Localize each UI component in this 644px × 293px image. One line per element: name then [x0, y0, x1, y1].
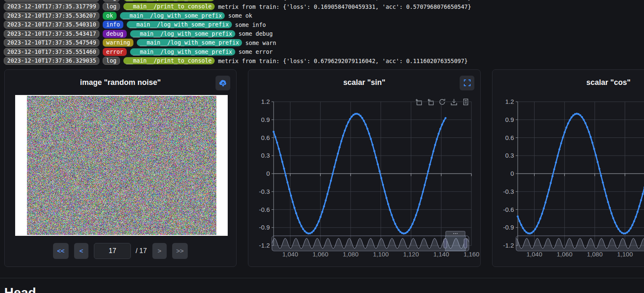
- logger-badge: __main__/print_to_console: [123, 3, 215, 10]
- console-row: 2023-12-10T17:37:36.329035 log __main__/…: [4, 56, 644, 66]
- log-message: metrix from train: {'loss': 0.1690584700…: [218, 3, 471, 10]
- level-badge: error: [103, 48, 127, 56]
- logger-badge: __main__/log_with_some_prefix: [130, 48, 235, 55]
- console-row: 2023-12-10T17:37:35.536207 ok __main__/l…: [4, 11, 644, 21]
- level-badge: log: [103, 57, 120, 65]
- logger-badge: __main__/log_with_some_prefix: [120, 12, 225, 19]
- next-page-button[interactable]: >: [152, 243, 167, 259]
- log-message: some warn: [245, 40, 276, 46]
- last-page-button[interactable]: >>: [172, 243, 188, 259]
- timestamp-badge: 2023-12-10T17:37:35.317799: [4, 0, 99, 2]
- image-card: image "random noise" << < / 17 > >>: [4, 69, 237, 267]
- image-frame: [15, 95, 228, 236]
- footer-section: Head: [0, 278, 644, 293]
- level-badge: ok: [103, 12, 116, 20]
- console-row: 2023-12-10T17:37:35.551460 error __main_…: [4, 48, 644, 57]
- timestamp-badge: 2023-12-10T17:37:35.540310: [4, 21, 99, 29]
- svg-text:-1.2: -1.2: [503, 242, 514, 249]
- console-row: 2023-12-10T17:37:35.543417 debug __main_…: [4, 29, 644, 39]
- svg-text:1,160: 1,160: [463, 251, 479, 258]
- level-badge: log: [103, 3, 120, 11]
- svg-text:0.3: 0.3: [261, 152, 270, 159]
- timestamp-badge: 2023-12-10T17:37:35.536207: [4, 12, 99, 20]
- logger-badge: __main__/log_with_some_prefix: [137, 39, 242, 46]
- svg-text:0.6: 0.6: [505, 134, 514, 141]
- log-console: 2023-12-10T17:37:35.317799 log __main__/…: [0, 0, 644, 66]
- svg-text:0.6: 0.6: [261, 134, 270, 141]
- log-message: some error: [239, 48, 273, 55]
- page-total-label: / 17: [136, 247, 147, 255]
- svg-text:1,080: 1,080: [587, 251, 603, 258]
- timestamp-badge: 2023-12-10T17:37:35.547549: [4, 39, 99, 47]
- svg-text:0.3: 0.3: [505, 152, 514, 159]
- log-message: some info: [235, 21, 266, 28]
- svg-text:-0.6: -0.6: [259, 206, 270, 213]
- svg-text:-0.9: -0.9: [259, 224, 270, 231]
- cos-chart: 1.20.90.60.30-0.3-0.6-0.9-1.21,0401,0601…: [492, 93, 644, 263]
- timestamp-badge: 2023-12-10T17:37:36.329035: [4, 57, 99, 65]
- sin-chart: 1.20.90.60.30-0.3-0.6-0.9-1.21,0401,0601…: [248, 93, 481, 263]
- log-message: some ok: [228, 12, 252, 19]
- timestamp-badge: 2023-12-10T17:37:35.317799: [4, 3, 99, 11]
- svg-text:1,080: 1,080: [343, 251, 359, 258]
- svg-text:1,060: 1,060: [312, 251, 328, 258]
- svg-text:0: 0: [266, 170, 270, 177]
- download-image-button[interactable]: [216, 76, 230, 90]
- svg-text:1.2: 1.2: [505, 98, 514, 105]
- svg-text:-0.6: -0.6: [503, 206, 514, 213]
- fullscreen-icon: [463, 79, 471, 87]
- level-badge: log: [103, 0, 120, 2]
- clipped-heading-container: Head: [4, 286, 644, 293]
- timestamp-badge: 2023-12-10T17:37:35.543417: [4, 30, 99, 38]
- level-badge: debug: [103, 30, 127, 38]
- svg-text:0.9: 0.9: [505, 116, 514, 123]
- datazoom-right-handle[interactable]: [464, 239, 467, 248]
- log-message: metrix from train: {'loss': 0.6796292079…: [218, 58, 468, 64]
- svg-text:1,040: 1,040: [282, 251, 298, 258]
- logger-badge: __main__/print_to_console: [123, 57, 215, 64]
- svg-text:0.9: 0.9: [261, 116, 270, 123]
- console-row: 2023-12-10T17:37:35.317799 log __main__/…: [4, 0, 471, 2]
- first-page-button[interactable]: <<: [53, 243, 69, 259]
- svg-text:1.2: 1.2: [261, 98, 270, 105]
- svg-text:1,060: 1,060: [556, 251, 572, 258]
- cards-row: image "random noise" << < / 17 > >> scal…: [4, 69, 644, 267]
- card-title: scalar "cos": [492, 78, 644, 87]
- logger-badge: __main__/log_with_some_prefix: [130, 30, 235, 37]
- svg-text:-0.3: -0.3: [503, 187, 514, 195]
- image-pagination: << < / 17 > >>: [5, 243, 236, 259]
- fullscreen-button[interactable]: [460, 76, 474, 90]
- svg-text:1,120: 1,120: [403, 251, 419, 258]
- cos-chart-card: scalar "cos": [492, 69, 644, 267]
- card-title: scalar "sin": [248, 78, 480, 87]
- prev-page-button[interactable]: <: [74, 243, 88, 259]
- svg-text:-0.3: -0.3: [259, 187, 270, 195]
- console-row: 2023-12-10T17:37:35.317799 log __main__/…: [4, 2, 644, 11]
- timestamp-badge: 2023-12-10T17:37:35.551460: [4, 48, 99, 56]
- svg-text:1,100: 1,100: [617, 251, 633, 258]
- datazoom-window[interactable]: [445, 236, 466, 251]
- log-message: metrix from train: {'loss': 0.1690584700…: [218, 0, 471, 1]
- svg-text:1,100: 1,100: [373, 251, 389, 258]
- svg-text:1,040: 1,040: [527, 251, 543, 258]
- svg-text:0: 0: [511, 170, 514, 177]
- random-noise-image: [27, 96, 216, 235]
- card-title: image "random noise": [5, 78, 236, 87]
- log-message: some debug: [239, 30, 273, 37]
- svg-text:1,140: 1,140: [433, 251, 449, 258]
- console-row: 2023-12-10T17:37:35.547549 warning __mai…: [4, 38, 644, 48]
- sin-chart-card: scalar "sin": [248, 69, 481, 267]
- datazoom-left-handle[interactable]: [444, 239, 447, 248]
- svg-text:-1.2: -1.2: [259, 242, 270, 249]
- level-badge: info: [103, 21, 123, 29]
- logger-badge: __main__/print_to_console: [123, 0, 215, 1]
- page-number-input[interactable]: [94, 243, 131, 259]
- cloud-download-icon: [219, 79, 227, 87]
- logger-badge: __main__/log_with_some_prefix: [127, 21, 232, 28]
- svg-text:-0.9: -0.9: [503, 224, 514, 231]
- console-row: 2023-12-10T17:37:35.540310 info __main__…: [4, 20, 644, 29]
- section-heading: Head: [4, 286, 644, 293]
- level-badge: warning: [103, 39, 133, 47]
